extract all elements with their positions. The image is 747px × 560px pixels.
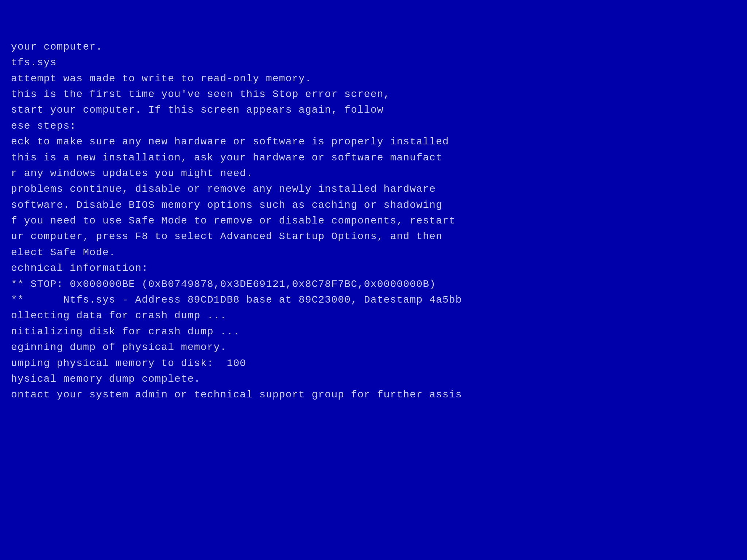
- bsod-line-30: umping physical memory to disk: 100: [11, 355, 736, 371]
- bsod-line-8: ese steps:: [11, 118, 736, 134]
- bsod-line-2: tfs.sys: [11, 55, 736, 70]
- bsod-line-7: start your computer. If this screen appe…: [11, 102, 736, 118]
- bsod-line-17: ur computer, press F8 to select Advanced…: [11, 229, 736, 244]
- bsod-line-20: echnical information:: [11, 260, 736, 276]
- bsod-line-27: ollecting data for crash dump ...: [11, 308, 736, 323]
- bsod-content: your computer.tfs.sysattempt was made to…: [0, 0, 747, 560]
- bsod-line-24: ** Ntfs.sys - Address 89CD1DB8 base at 8…: [11, 292, 736, 308]
- bsod-line-29: eginning dump of physical memory.: [11, 339, 736, 355]
- bsod-line-16: f you need to use Safe Mode to remove or…: [11, 213, 736, 229]
- bsod-line-31: hysical memory dump complete.: [11, 371, 736, 387]
- bsod-line-0: your computer.: [11, 39, 736, 55]
- bsod-line-6: this is the first time you've seen this …: [11, 86, 736, 102]
- bsod-line-14: problems continue, disable or remove any…: [11, 181, 736, 197]
- bsod-line-32: ontact your system admin or technical su…: [11, 387, 736, 402]
- bsod-line-28: nitializing disk for crash dump ...: [11, 324, 736, 339]
- bsod-line-11: this is a new installation, ask your har…: [11, 150, 736, 166]
- bsod-line-12: r any windows updates you might need.: [11, 166, 736, 181]
- bsod-line-22: ** STOP: 0x000000BE (0xB0749878,0x3DE691…: [11, 276, 736, 292]
- bsod-line-15: software. Disable BIOS memory options su…: [11, 197, 736, 213]
- bsod-screen: your computer.tfs.sysattempt was made to…: [0, 0, 747, 560]
- bsod-line-18: elect Safe Mode.: [11, 245, 736, 260]
- bsod-line-10: eck to make sure any new hardware or sof…: [11, 134, 736, 149]
- bsod-line-4: attempt was made to write to read-only m…: [11, 71, 736, 86]
